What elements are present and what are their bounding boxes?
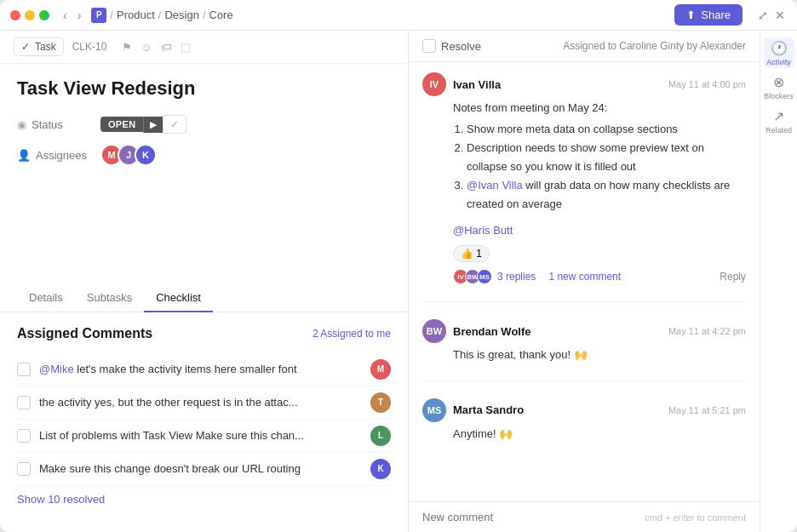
comment-2-header: BW Brendan Wolfe May 11 at 4:22 pm	[422, 319, 746, 343]
maximize-button[interactable]	[39, 10, 49, 20]
nav-arrows: ‹ ›	[60, 7, 84, 24]
new-comment-badge-1[interactable]: 1 new comment	[548, 271, 621, 283]
checkbox-4[interactable]	[17, 462, 31, 476]
new-comment-input[interactable]	[422, 511, 638, 523]
tab-details[interactable]: Details	[17, 284, 75, 312]
list-item: List of problems with Task View Make sur…	[17, 420, 391, 453]
window-controls: ⤢ ✕	[756, 7, 787, 24]
replies-link-1[interactable]: 3 replies	[497, 271, 536, 283]
resolve-checkbox[interactable]	[422, 39, 436, 53]
activity-icon-label: Activity	[766, 58, 791, 66]
back-button[interactable]: ‹	[60, 7, 71, 24]
status-arrow-btn[interactable]: ▶	[143, 117, 163, 133]
reply-avatars-1: IV BW MS	[453, 269, 492, 284]
comment-body-intro-1: Notes from meeting on May 24:	[453, 100, 746, 117]
task-title: Task View Redesign	[17, 77, 391, 100]
comment-list-1: Show more meta data on collapse sections…	[453, 120, 746, 214]
task-toolbar: ✓ Task CLK-10 ⚑ ☺ 🏷 ⬚	[0, 31, 408, 64]
close-button[interactable]	[10, 10, 20, 20]
checklist-text-3: List of problems with Task View Make sur…	[39, 429, 362, 442]
main-content: ✓ Task CLK-10 ⚑ ☺ 🏷 ⬚ Task View Redesign…	[0, 31, 797, 532]
resolve-label[interactable]: Resolve	[441, 40, 481, 53]
status-field-row: ◉ Status OPEN ▶ ✓	[17, 115, 391, 134]
close-window-button[interactable]: ✕	[773, 7, 787, 24]
blockers-icon: ⊗	[773, 74, 784, 90]
section-header: Assigned Comments 2 Assigned to me	[17, 326, 391, 341]
breadcrumb-product[interactable]: Product	[117, 9, 155, 21]
mention-ivan: @Ivan Villa	[467, 179, 523, 192]
avatar-3[interactable]: K	[135, 144, 157, 166]
app-window: ‹ › P / Product / Design / Core ⬆ Share …	[0, 0, 797, 532]
status-icon: ◉	[17, 118, 26, 131]
checkbox-3[interactable]	[17, 429, 31, 443]
section-title: Assigned Comments	[17, 326, 152, 341]
new-comment-bar: cmd + enter to comment	[409, 501, 760, 532]
comment-avatar-2: BW	[422, 319, 446, 343]
list-item-1: Show more meta data on collapse sections	[467, 120, 746, 139]
list-item: @Mike let's make the activity items here…	[17, 353, 391, 386]
blockers-icon-label: Blockers	[764, 92, 794, 100]
task-content: Task View Redesign ◉ Status OPEN ▶ ✓ 👤	[0, 64, 408, 284]
comment-reaction-1[interactable]: 👍 1	[453, 245, 490, 262]
comment-footer-1: IV BW MS 3 replies · 1 new comment Reply	[453, 269, 746, 284]
item-avatar-4: K	[370, 459, 391, 479]
comment-1: IV Ivan Villa May 11 at 4:00 pm Notes fr…	[422, 72, 746, 284]
app-logo: P	[91, 8, 106, 23]
sidebar-icon-blockers[interactable]: ⊗ Blockers	[764, 72, 794, 102]
assignee-avatars: M J K	[100, 144, 157, 166]
list-item: Make sure this change doesn't break our …	[17, 453, 391, 486]
tab-subtasks[interactable]: Subtasks	[75, 284, 144, 312]
sidebar-icon-related[interactable]: ↗ Related	[764, 106, 794, 136]
reply-button-1[interactable]: Reply	[720, 271, 746, 283]
right-panel: Resolve Assigned to Caroline Ginty by Al…	[409, 31, 797, 532]
fullscreen-button[interactable]: ⤢	[756, 7, 770, 24]
breadcrumb: P / Product / Design / Core	[91, 8, 232, 23]
breadcrumb-core[interactable]: Core	[209, 9, 233, 21]
list-item-3: @Ivan Villa will grab data on how many c…	[467, 176, 746, 214]
checklist-text-4: Make sure this change doesn't break our …	[39, 462, 362, 475]
item-avatar-3: L	[370, 426, 391, 446]
status-open-label[interactable]: OPEN	[100, 117, 143, 132]
task-type-label: Task	[35, 41, 56, 53]
checklist-area: Assigned Comments 2 Assigned to me @Mike…	[0, 312, 408, 533]
assignees-icon: 👤	[17, 149, 31, 162]
left-panel: ✓ Task CLK-10 ⚑ ☺ 🏷 ⬚ Task View Redesign…	[0, 31, 409, 532]
activity-header: Resolve Assigned to Caroline Ginty by Al…	[409, 31, 760, 62]
toolbar-icons: ⚑ ☺ 🏷 ⬚	[122, 41, 190, 54]
comment-body-2: This is great, thank you! 🙌	[453, 346, 746, 363]
minimize-button[interactable]	[25, 10, 35, 20]
divider-2	[422, 380, 746, 381]
status-check-btn[interactable]: ✓	[163, 115, 186, 134]
tag-icon[interactable]: 🏷	[161, 41, 172, 54]
forward-button[interactable]: ›	[74, 7, 85, 24]
checklist-text-1: @Mike let's make the activity items here…	[39, 363, 362, 375]
sidebar-icon-activity[interactable]: 🕐 Activity	[764, 37, 794, 68]
comment-3: MS Marta Sandro May 11 at 5:21 pm Anytim…	[422, 398, 746, 443]
comment-mention-haris: @Haris Butt	[453, 222, 746, 239]
comment-hint: cmd + enter to comment	[645, 512, 746, 523]
tab-checklist[interactable]: Checklist	[144, 284, 213, 312]
comment-avatar-3: MS	[422, 398, 446, 422]
item-avatar-1: M	[370, 359, 391, 380]
emoji-icon[interactable]: ☺	[140, 41, 152, 54]
status-field-label: ◉ Status	[17, 118, 94, 131]
breadcrumb-design[interactable]: Design	[164, 9, 198, 21]
comment-2: BW Brendan Wolfe May 11 at 4:22 pm This …	[422, 319, 746, 363]
show-resolved-link[interactable]: Show 10 resolved	[17, 493, 105, 506]
share-button[interactable]: ⬆ Share	[674, 4, 743, 26]
comment-author-3: Marta Sandro	[453, 403, 524, 416]
checkbox-1[interactable]	[17, 363, 31, 376]
flag-icon[interactable]: ⚑	[122, 41, 132, 54]
checkbox-2[interactable]	[17, 396, 31, 409]
comment-author-1: Ivan Villa	[453, 78, 501, 91]
image-icon[interactable]: ⬚	[181, 41, 191, 54]
comment-time-3: May 11 at 5:21 pm	[668, 405, 746, 415]
divider-1	[422, 301, 746, 302]
comment-avatar-1: IV	[422, 72, 446, 96]
task-id: CLK-10	[72, 41, 107, 53]
sidebar-icons: 🕐 Activity ⊗ Blockers ↗ Related	[760, 31, 797, 532]
titlebar: ‹ › P / Product / Design / Core ⬆ Share …	[0, 0, 797, 31]
assigned-count[interactable]: 2 Assigned to me	[312, 328, 391, 340]
list-item-2: Description needs to show some preview t…	[467, 139, 746, 176]
assignees-field-label: 👤 Assignees	[17, 149, 94, 162]
